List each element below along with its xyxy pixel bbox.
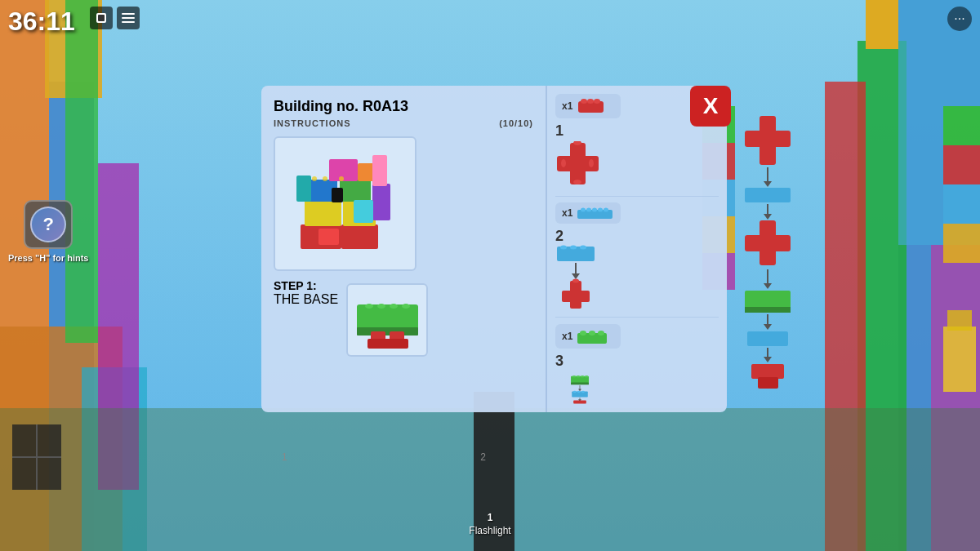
- panel-left: Building no. R0A13 INSTRUCTIONS (10/10): [261, 86, 547, 412]
- svg-rect-53: [357, 327, 418, 335]
- piece-count-btn-2: x1: [555, 202, 621, 224]
- svg-point-91: [572, 375, 576, 377]
- svg-point-62: [581, 99, 587, 104]
- piece-count-2: x1: [562, 207, 572, 219]
- building-preview: [274, 136, 416, 271]
- piece-sequence-svg-2: [555, 245, 596, 310]
- svg-rect-27: [943, 327, 976, 392]
- svg-point-75: [598, 208, 603, 212]
- svg-rect-11: [866, 0, 898, 49]
- more-icon: ···: [954, 11, 964, 26]
- svg-point-69: [589, 159, 594, 167]
- svg-rect-37: [305, 200, 341, 226]
- svg-rect-117: [745, 307, 791, 313]
- svg-rect-124: [758, 377, 778, 389]
- menu-icon-btn[interactable]: [117, 7, 140, 29]
- svg-point-63: [587, 99, 594, 104]
- svg-rect-33: [122, 17, 135, 19]
- panel-right: x1 1: [547, 86, 727, 412]
- svg-rect-43: [296, 176, 311, 202]
- svg-rect-113: [745, 235, 791, 251]
- piece-row-3: x1 3: [555, 324, 719, 370]
- panel-title: Building no. R0A13: [274, 98, 408, 115]
- svg-rect-116: [745, 291, 791, 309]
- svg-rect-123: [751, 364, 784, 379]
- svg-rect-34: [122, 21, 135, 23]
- piece-count-btn-1: x1: [555, 94, 621, 118]
- svg-point-88: [589, 331, 595, 335]
- svg-rect-32: [122, 13, 135, 15]
- svg-point-56: [390, 304, 398, 309]
- svg-marker-82: [572, 273, 580, 279]
- svg-point-99: [573, 391, 577, 393]
- svg-rect-40: [340, 180, 371, 202]
- building-preview-svg: [284, 143, 407, 265]
- svg-rect-36: [341, 224, 378, 249]
- svg-point-54: [365, 304, 373, 309]
- step-num-2: 2: [555, 228, 719, 245]
- svg-rect-24: [943, 145, 980, 184]
- step-preview: [346, 283, 428, 357]
- roblox-icon-btn[interactable]: [90, 7, 113, 29]
- hotbar-slot-number: 1: [488, 512, 493, 523]
- svg-rect-104: [573, 400, 586, 403]
- step-num-3: 3: [555, 353, 719, 370]
- hotbar: 1 Flashlight: [469, 512, 510, 536]
- piece-icon-3: [577, 327, 608, 345]
- svg-point-78: [560, 246, 567, 250]
- piece-icon-1: [577, 97, 605, 115]
- svg-rect-120: [747, 331, 788, 346]
- svg-point-49: [339, 176, 344, 181]
- svg-point-100: [577, 391, 581, 393]
- svg-rect-44: [372, 184, 390, 220]
- svg-point-87: [580, 331, 586, 335]
- svg-marker-122: [764, 357, 772, 362]
- page-num-1: 1: [282, 451, 287, 463]
- svg-point-93: [581, 375, 584, 377]
- close-button[interactable]: X: [690, 86, 731, 127]
- svg-point-94: [585, 375, 588, 377]
- more-options-btn[interactable]: ···: [947, 7, 972, 31]
- svg-point-47: [312, 176, 317, 181]
- svg-rect-25: [943, 184, 980, 224]
- hint-label: Press "H" for hints: [8, 253, 88, 264]
- hint-container: ? Press "H" for hints: [8, 200, 88, 264]
- svg-rect-52: [357, 304, 418, 331]
- svg-rect-31: [98, 15, 105, 21]
- svg-point-80: [580, 246, 586, 250]
- step-name: THE BASE: [274, 292, 338, 307]
- svg-point-89: [598, 331, 604, 335]
- svg-marker-108: [764, 181, 772, 187]
- svg-marker-119: [764, 324, 772, 330]
- page-num-2: 2: [480, 451, 486, 463]
- svg-point-48: [323, 176, 327, 181]
- step-title: STEP 1:: [274, 279, 338, 292]
- svg-rect-50: [332, 188, 343, 202]
- svg-point-101: [581, 391, 585, 393]
- piece-count-row-3: x1: [555, 324, 719, 349]
- svg-rect-51: [372, 155, 387, 186]
- instruction-panel: Building no. R0A13 INSTRUCTIONS (10/10): [261, 86, 727, 412]
- svg-marker-97: [578, 389, 581, 391]
- svg-point-74: [592, 208, 597, 212]
- svg-point-64: [594, 99, 600, 104]
- step-row: STEP 1: THE BASE: [274, 279, 533, 357]
- svg-point-79: [570, 246, 577, 250]
- svg-point-73: [586, 208, 591, 212]
- right-blocks-display: [743, 114, 792, 420]
- svg-rect-6: [65, 0, 98, 343]
- svg-rect-60: [368, 339, 408, 349]
- hotbar-slot-label: Flashlight: [469, 525, 510, 536]
- panel-subtitle: INSTRUCTIONS (10/10): [274, 118, 533, 128]
- svg-rect-26: [943, 224, 980, 263]
- hint-button[interactable]: ?: [24, 200, 73, 249]
- svg-point-57: [402, 304, 410, 309]
- svg-rect-84: [562, 291, 590, 302]
- svg-rect-28: [947, 310, 972, 331]
- svg-marker-115: [764, 283, 772, 289]
- right-stacked-blocks: [743, 114, 792, 416]
- piece-count-1: x1: [562, 100, 572, 112]
- right-stacked-svg: [555, 375, 604, 404]
- svg-rect-23: [943, 106, 980, 145]
- piece-count-row-2: x1: [555, 202, 719, 224]
